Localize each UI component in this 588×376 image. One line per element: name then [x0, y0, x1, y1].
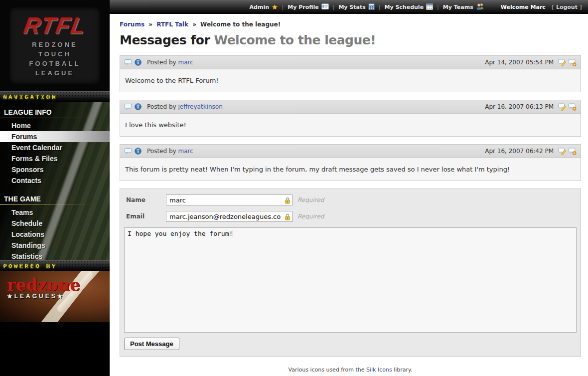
delete-comment-icon[interactable] [568, 59, 577, 66]
topbar-link-my-profile[interactable]: My Profile [288, 3, 328, 11]
redzone-leagues-sub: ★LEAGUES★ [7, 293, 110, 300]
lock-icon [285, 196, 291, 206]
edit-comment-icon[interactable] [558, 103, 567, 111]
footer-line-icons: Various icons used from the Silk Icons l… [120, 367, 581, 373]
lock-icon [285, 213, 291, 222]
name-input[interactable] [166, 194, 293, 205]
author-link[interactable]: jeffreyatkinson [178, 103, 222, 110]
topbar-link-admin[interactable]: Admin ★ [250, 4, 278, 10]
section-title-league-info: LEAGUE INFO [0, 104, 110, 118]
section-title-the-game: THE GAME [0, 190, 110, 204]
post-header: Posted by jeffreyatkinson Apr 16, 2007 0… [120, 100, 581, 114]
post-date: Apr 14, 2007 05:54 PM [485, 59, 554, 66]
footer: Various icons used from the Silk Icons l… [120, 367, 581, 376]
sidebar-menu: LEAGUE INFO Home Forums Event Calendar F… [0, 102, 110, 260]
email-row: Email Required [124, 211, 577, 222]
delete-comment-icon[interactable] [568, 103, 577, 111]
topbar-link-my-schedule[interactable]: My Schedule [384, 3, 433, 11]
edit-comment-icon[interactable] [558, 148, 567, 155]
content: Forums » RTFL Talk » Welcome to the leag… [110, 14, 588, 376]
required-hint: Required [297, 196, 324, 203]
name-label: Name [124, 196, 166, 203]
info-icon [135, 148, 142, 155]
calculator-icon [368, 3, 375, 11]
sidebar-item-schedule[interactable]: Schedule [0, 218, 110, 229]
vcard-icon [321, 3, 329, 11]
topbar: Admin ★ | My Profile | My Stats | My Sch… [110, 0, 588, 14]
powered-by-area: redzone ★LEAGUES★ [0, 271, 110, 322]
logout-group: [ Logout ] [552, 4, 582, 10]
main-area: Admin ★ | My Profile | My Stats | My Sch… [110, 0, 588, 376]
post-header: Posted by marc Apr 14, 2007 05:54 PM [120, 55, 581, 69]
silk-icons-link[interactable]: Silk Icons [366, 367, 392, 373]
message-textarea[interactable]: I hope you enjoy the forum! [124, 227, 577, 333]
topbar-link-my-teams[interactable]: My Teams [443, 3, 484, 11]
sidebar-item-contacts[interactable]: Contacts [0, 175, 110, 186]
sidebar-item-home[interactable]: Home [0, 120, 110, 131]
post-date: Apr 16, 2007 06:42 PM [485, 148, 554, 155]
topbar-separator: | [379, 4, 381, 10]
topbar-separator: | [437, 4, 439, 10]
comment-icon [124, 103, 132, 110]
powered-by-bar: POWERED BY [0, 260, 110, 271]
author-link[interactable]: marc [178, 148, 193, 155]
sidebar-item-teams[interactable]: Teams [0, 207, 110, 218]
text-cursor [233, 230, 233, 237]
rtfl-logo[interactable]: RTFL REDZONE TOUCH FOOTBALL LEAGUE [9, 7, 100, 84]
sidebar-item-forums[interactable]: Forums [0, 131, 110, 142]
logo-subtitle: REDZONE TOUCH FOOTBALL LEAGUE [29, 40, 81, 78]
topbar-separator: | [333, 4, 335, 10]
post-date: Apr 16, 2007 06:13 PM [485, 103, 554, 110]
section-divider [0, 118, 110, 118]
navigation-header-bar: NAVIGATION [0, 91, 110, 102]
topbar-separator: | [282, 4, 284, 10]
sidebar-item-sponsors[interactable]: Sponsors [0, 164, 110, 175]
sidebar-item-event-calendar[interactable]: Event Calendar [0, 142, 110, 153]
breadcrumb: Forums » RTFL Talk » Welcome to the leag… [120, 21, 581, 28]
reply-form: Name Required Email Required I hope you … [120, 188, 581, 357]
required-hint: Required [297, 213, 324, 220]
email-label: Email [124, 213, 166, 220]
info-icon [135, 59, 142, 66]
navigation-header: NAVIGATION [3, 93, 57, 101]
topbar-link-my-stats[interactable]: My Stats [338, 3, 374, 11]
name-row: Name Required [124, 194, 577, 205]
post-body: I love this website! [120, 114, 581, 137]
group-icon [476, 3, 484, 11]
star-icon: ★ [272, 4, 278, 10]
section-divider [0, 204, 110, 205]
comment-icon [124, 59, 132, 66]
sidebar-item-locations[interactable]: Locations [0, 229, 110, 240]
post-message-button[interactable]: Post Message [124, 338, 179, 350]
sidebar-filler [0, 322, 110, 376]
breadcrumb-current: Welcome to the league! [200, 21, 281, 28]
powered-by-header: POWERED BY [3, 262, 57, 270]
post-item: Posted by marc Apr 16, 2007 06:42 PM Thi… [120, 144, 581, 181]
post-body: Welcome to the RTFL Forum! [120, 69, 581, 92]
comment-icon [124, 148, 132, 155]
post-item: Posted by jeffreyatkinson Apr 16, 2007 0… [120, 100, 581, 137]
info-icon [135, 103, 142, 110]
sidebar-item-standings[interactable]: Standings [0, 240, 110, 251]
author-link[interactable]: marc [178, 59, 193, 66]
page-title: Messages for Welcome to the league! [120, 33, 581, 47]
sidebar-item-forms-files[interactable]: Forms & Files [0, 153, 110, 164]
welcome-text: Welcome Marc [501, 4, 546, 10]
post-header: Posted by marc Apr 16, 2007 06:42 PM [120, 144, 581, 158]
email-input[interactable] [166, 211, 293, 222]
edit-comment-icon[interactable] [558, 59, 567, 66]
post-item: Posted by marc Apr 14, 2007 05:54 PM Wel… [120, 55, 581, 92]
logout-button[interactable]: Logout [556, 4, 578, 10]
logo-area: RTFL REDZONE TOUCH FOOTBALL LEAGUE [0, 0, 110, 91]
logo-acronym: RTFL [22, 14, 88, 37]
redzone-leagues-logo[interactable]: redzone [7, 278, 110, 293]
post-body: This forum is pretty neat! When I'm typi… [120, 158, 581, 181]
calendar-icon [426, 3, 433, 11]
sidebar: RTFL REDZONE TOUCH FOOTBALL LEAGUE NAVIG… [0, 0, 110, 376]
breadcrumb-link-rtfl-talk[interactable]: RTFL Talk [156, 21, 188, 28]
delete-comment-icon[interactable] [568, 148, 577, 155]
breadcrumb-link-forums[interactable]: Forums [120, 21, 145, 28]
